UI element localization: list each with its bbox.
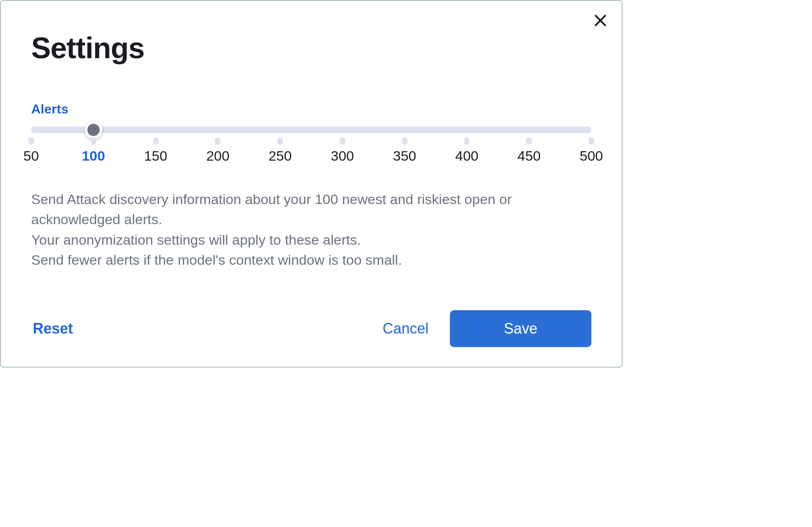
slider-tick-dot [153,137,159,145]
slider-tick-label: 350 [393,148,416,164]
slider-tick-label: 50 [23,148,39,164]
slider-description: Send Attack discovery information about … [31,189,591,270]
slider-label: Alerts [31,102,591,117]
slider-tick-dot [28,137,34,145]
reset-button[interactable]: Reset [31,317,75,341]
slider-tick-label: 300 [331,148,354,164]
slider-ticks: 50100150200250300350400450500 [31,133,591,164]
settings-modal: Settings Alerts 501001502002503003504004… [0,0,623,368]
slider-tick-label: 100 [82,148,105,164]
slider-tick-label: 450 [518,148,541,164]
slider-tick-label: 400 [455,148,479,164]
description-line: Your anonymization settings will apply t… [31,230,591,250]
slider-tick-label: 500 [580,148,603,164]
save-button[interactable]: Save [450,310,591,347]
slider-thumb[interactable] [84,121,103,139]
close-icon [592,12,609,29]
alerts-slider[interactable]: 50100150200250300350400450500 [31,127,591,164]
modal-footer: Reset Cancel Save [31,294,591,347]
slider-tick-dot [277,137,283,145]
slider-track[interactable] [31,127,591,133]
description-line: Send Attack discovery information about … [31,189,591,230]
cancel-button[interactable]: Cancel [381,317,430,341]
slider-tick-dot [215,137,221,145]
slider-tick-dot [526,137,532,145]
slider-tick-label: 200 [206,148,230,164]
modal-title: Settings [31,31,591,65]
slider-tick-dot [340,137,345,145]
footer-actions: Cancel Save [381,310,591,347]
slider-tick-dot [91,137,96,145]
slider-tick-label: 150 [144,148,167,164]
description-line: Send fewer alerts if the model's context… [31,250,591,270]
close-button[interactable] [592,12,609,30]
slider-tick-dot [464,137,470,145]
slider-tick-dot [402,137,408,145]
slider-thumb-inner [87,124,100,136]
slider-tick-dot [588,137,594,145]
slider-tick-label: 250 [269,148,292,164]
